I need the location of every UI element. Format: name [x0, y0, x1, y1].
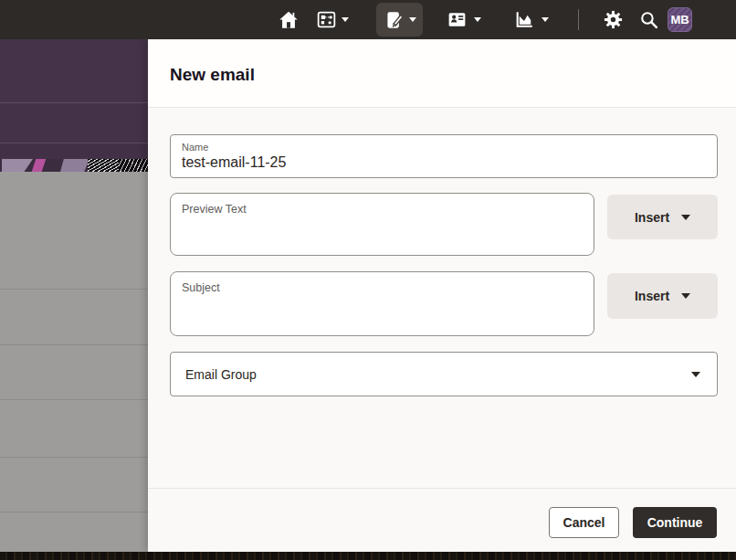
user-avatar[interactable]: MB [668, 7, 692, 32]
continue-button[interactable]: Continue [633, 507, 717, 538]
edit-pencil-icon [383, 8, 406, 32]
list-row-divider [0, 344, 148, 345]
insert-button-label: Insert [635, 289, 669, 303]
screen: MB New email Name [0, 0, 736, 560]
toolbar-separator [578, 9, 579, 30]
bottom-textured-strip [0, 552, 736, 560]
divider [148, 107, 736, 108]
campaigns-icon [315, 8, 338, 31]
analytics-dropdown[interactable] [541, 0, 549, 39]
background-header-block [0, 103, 148, 143]
assets-edit-button[interactable] [383, 0, 406, 39]
background-header-block [0, 39, 148, 102]
gear-icon [602, 8, 625, 31]
preview-text-input[interactable] [170, 193, 594, 256]
chevron-down-icon [409, 17, 416, 22]
contact-card-icon [446, 8, 468, 31]
dimmed-background-page [0, 39, 148, 552]
analytics-button[interactable] [513, 0, 536, 39]
campaigns-button[interactable] [315, 0, 338, 39]
banner-shape [2, 159, 33, 172]
new-email-dialog: New email Name Insert Insert Email Group… [148, 39, 736, 552]
name-input[interactable] [182, 153, 706, 172]
decorative-banner-image [0, 159, 148, 172]
home-button[interactable] [277, 0, 300, 39]
banner-shape [31, 159, 47, 172]
dialog-header: New email [148, 39, 736, 107]
subject-input[interactable] [170, 271, 594, 336]
banner-shape [60, 159, 89, 172]
search-button[interactable] [637, 0, 660, 39]
chevron-down-icon [474, 17, 481, 22]
chevron-down-icon [342, 17, 349, 22]
email-group-label: Email Group [185, 367, 257, 382]
home-icon [277, 8, 300, 32]
name-field[interactable]: Name [170, 134, 718, 178]
top-navigation-bar: MB [0, 0, 736, 39]
cancel-button[interactable]: Cancel [549, 507, 619, 538]
contacts-button[interactable] [446, 0, 468, 39]
list-row-divider [0, 457, 148, 458]
avatar-initials: MB [670, 13, 689, 26]
search-icon [637, 8, 660, 31]
campaigns-dropdown[interactable] [342, 0, 349, 39]
name-field-label: Name [182, 142, 706, 153]
background-header-block [0, 143, 148, 159]
area-chart-icon [513, 8, 536, 31]
list-row-divider [0, 399, 148, 400]
divider [148, 488, 736, 489]
contacts-dropdown[interactable] [474, 0, 481, 39]
chevron-down-icon [681, 215, 690, 220]
dialog-title: New email [170, 65, 255, 85]
chevron-down-icon [691, 372, 700, 377]
chevron-down-icon [681, 293, 690, 299]
preview-insert-button[interactable]: Insert [607, 195, 718, 239]
settings-button[interactable] [602, 0, 625, 39]
email-group-select[interactable]: Email Group [170, 352, 718, 396]
dimmed-list-area [0, 172, 148, 552]
banner-pattern [88, 159, 119, 172]
chevron-down-icon [541, 17, 549, 22]
banner-pattern [119, 159, 148, 172]
subject-insert-button[interactable]: Insert [607, 273, 718, 319]
assets-dropdown[interactable] [409, 0, 416, 39]
list-row-divider [0, 289, 148, 290]
insert-button-label: Insert [635, 210, 669, 225]
list-row-divider [0, 512, 148, 512]
